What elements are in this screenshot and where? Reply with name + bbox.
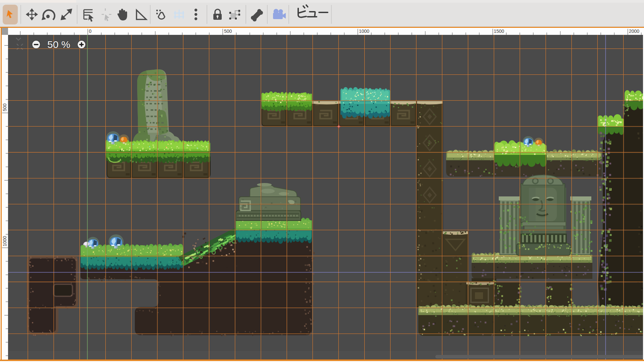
svg-text:500: 500 xyxy=(2,103,7,111)
svg-text:2000: 2000 xyxy=(629,28,639,34)
svg-text:1500: 1500 xyxy=(494,28,504,34)
svg-text:500: 500 xyxy=(224,28,232,34)
svg-text:50 %: 50 % xyxy=(47,39,70,50)
svg-text:1000: 1000 xyxy=(2,236,7,246)
svg-text:1000: 1000 xyxy=(359,28,369,34)
svg-text:0: 0 xyxy=(89,28,92,34)
